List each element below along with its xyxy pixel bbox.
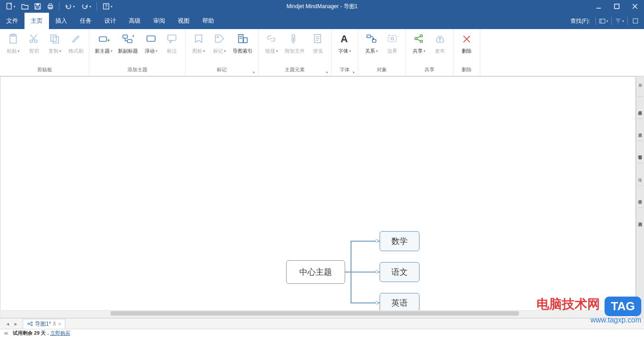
copy-button: 复制▾: [44, 31, 65, 55]
button-label: 新主题: [95, 48, 110, 54]
svg-line-61: [6, 332, 8, 333]
right-panel-item[interactable]: 搜索: [637, 191, 644, 202]
mindmap-icon: [27, 321, 33, 327]
tab-next-button[interactable]: ▸: [12, 321, 20, 327]
button-label: 新副标题: [118, 48, 138, 54]
float-button[interactable]: 浮动▾: [141, 31, 161, 55]
svg-point-55: [28, 323, 29, 325]
cut-icon: [27, 32, 41, 46]
undo-button[interactable]: ▾: [62, 1, 78, 11]
save-button[interactable]: [32, 1, 44, 11]
open-file-button[interactable]: [19, 1, 31, 11]
menu-item-1[interactable]: 主页: [24, 13, 49, 29]
help-button[interactable]: ?▾: [100, 1, 115, 11]
horizontal-scrollbar[interactable]: [1, 310, 627, 317]
attach-button: 附加文件: [282, 31, 307, 55]
tab-prev-button[interactable]: ◂: [4, 321, 12, 327]
newsub-button[interactable]: +新副标题: [115, 31, 141, 55]
menu-bar: 文件主页插入任务设计高级审阅视图帮助 查找(F): ▾ ▾: [0, 13, 644, 29]
maximize-button[interactable]: [608, 0, 626, 13]
document-tab[interactable]: 导图1* ⊼ ×: [23, 319, 65, 329]
attach-icon: [288, 32, 302, 46]
right-panel-item[interactable]: 资源: [637, 124, 644, 135]
qat-separator: [97, 2, 97, 10]
button-label: 标记: [213, 48, 223, 54]
menu-item-6[interactable]: 审阅: [147, 13, 171, 29]
child-topic[interactable]: 语文: [380, 262, 420, 282]
minimize-button[interactable]: [590, 0, 608, 13]
group-label: 标记: [188, 65, 255, 75]
quick-access-toolbar: ▾ ▾ ▾ ?▾: [0, 1, 115, 11]
close-button[interactable]: [626, 0, 644, 13]
something-icon[interactable]: [630, 16, 640, 26]
brush-button: 格式刷: [65, 31, 86, 55]
tag-button: 标记▾: [209, 31, 230, 55]
svg-point-57: [31, 325, 33, 326]
menu-item-2[interactable]: 插入: [49, 13, 73, 29]
link-button: 链接▾: [261, 31, 282, 55]
svg-line-58: [29, 322, 31, 324]
cut-button: 剪切: [24, 31, 44, 55]
link-icon: [264, 32, 279, 46]
ribbon: 粘贴▾剪切复制▾格式刷剪贴板+新主题▾+新副标题浮动▾标注添加主题图标▾标记▾导…: [0, 29, 644, 76]
copy-icon: [48, 32, 62, 46]
svg-line-51: [417, 36, 420, 38]
menu-item-7[interactable]: 视图: [171, 13, 196, 29]
menu-item-8[interactable]: 帮助: [196, 13, 220, 29]
right-panel-item[interactable]: 任务信息: [637, 102, 644, 113]
trial-text: 试用剩余: [13, 330, 34, 336]
relation-button[interactable]: 关系▾: [361, 31, 382, 55]
tab-pin-icon[interactable]: ⊼: [53, 321, 56, 327]
right-panel-item[interactable]: ⊞: [637, 80, 644, 91]
svg-rect-29: [123, 35, 127, 38]
redo-button[interactable]: ▾: [78, 1, 94, 11]
iconmark-icon: [191, 32, 206, 46]
button-label: 标注: [167, 48, 177, 54]
svg-point-47: [391, 37, 394, 40]
button-label: 复制: [49, 48, 59, 54]
button-label: 浮动: [145, 48, 155, 54]
right-panel: ⊞任务信息资源导图索引库搜索浏览器: [636, 76, 644, 318]
svg-text:+: +: [107, 37, 110, 44]
center-topic[interactable]: 中心主题: [286, 260, 345, 284]
boundary-button: 边界: [382, 31, 403, 55]
new-file-button[interactable]: ▾: [3, 1, 18, 11]
newsub-icon: +: [121, 32, 135, 46]
canvas[interactable]: 中心主题 数学 语文 英语: [0, 76, 636, 318]
child-topic[interactable]: 数学: [380, 231, 420, 251]
print-button[interactable]: [44, 1, 56, 11]
svg-line-59: [29, 324, 31, 325]
group-label: 添加主题: [92, 65, 182, 75]
note-button: 便笺: [307, 31, 328, 55]
svg-text:?: ?: [105, 4, 107, 9]
svg-rect-46: [388, 35, 396, 42]
index-button[interactable]: 导图索引: [230, 31, 255, 55]
menu-item-0[interactable]: 文件: [0, 13, 24, 29]
svg-rect-30: [127, 40, 132, 43]
topic-nav-icon[interactable]: ▾: [599, 16, 609, 26]
button-label: 链接: [265, 48, 275, 54]
right-panel-item[interactable]: 浏览器: [637, 213, 644, 224]
svg-rect-13: [600, 19, 605, 23]
menu-item-3[interactable]: 任务: [73, 13, 98, 29]
group-label: 主题元素: [261, 65, 328, 75]
right-panel-item[interactable]: 导图索引: [637, 147, 644, 158]
newtopic-button[interactable]: +新主题▾: [92, 31, 115, 55]
svg-text:+: +: [132, 33, 134, 39]
svg-rect-25: [51, 35, 56, 41]
filter-icon[interactable]: ▾: [615, 16, 624, 26]
delete-button[interactable]: 删除: [456, 31, 477, 55]
menu-item-4[interactable]: 设计: [98, 13, 122, 29]
right-panel-item[interactable]: 库: [637, 169, 644, 180]
share-button[interactable]: 共享▾: [409, 31, 429, 55]
tab-close-button[interactable]: ×: [58, 321, 61, 327]
document-tabs: ◂ ▸ 导图1* ⊼ ×: [0, 318, 644, 329]
button-label: 字体: [338, 48, 348, 54]
publish-icon: [433, 32, 447, 46]
menu-item-5[interactable]: 高级: [122, 13, 147, 29]
font-button[interactable]: A字体▾: [334, 31, 355, 55]
group-label: 删除: [456, 65, 477, 75]
svg-point-60: [5, 332, 6, 334]
buy-now-link[interactable]: 立即购买: [50, 330, 70, 336]
svg-rect-10: [615, 4, 619, 9]
